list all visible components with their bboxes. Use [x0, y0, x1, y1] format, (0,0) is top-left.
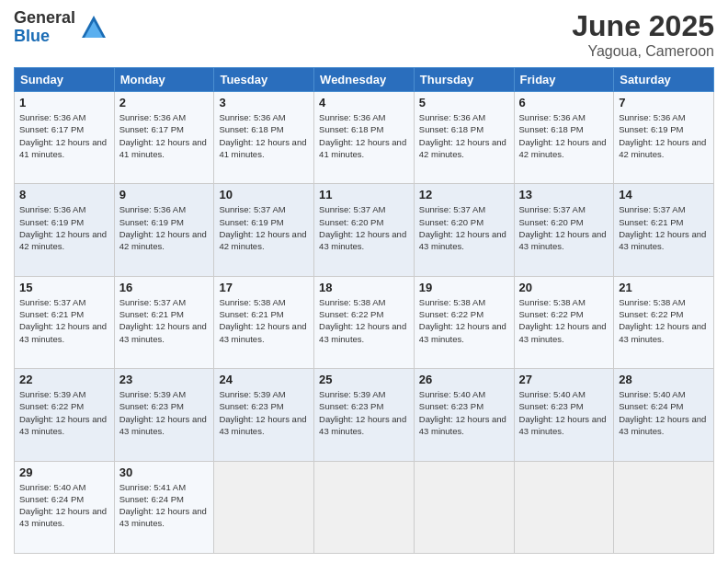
day-detail: Sunrise: 5:36 AMSunset: 6:18 PMDaylight:… — [319, 111, 409, 160]
day-number: 17 — [219, 281, 309, 294]
cell-jun28: 28 Sunrise: 5:40 AMSunset: 6:24 PMDaylig… — [614, 369, 714, 461]
day-detail: Sunrise: 5:37 AMSunset: 6:21 PMDaylight:… — [619, 203, 709, 252]
cell-jun27: 27 Sunrise: 5:40 AMSunset: 6:23 PMDaylig… — [514, 369, 614, 461]
day-number: 28 — [619, 373, 709, 386]
col-tuesday: Tuesday — [214, 68, 314, 92]
day-number: 29 — [19, 465, 109, 479]
col-friday: Friday — [514, 68, 614, 92]
col-wednesday: Wednesday — [314, 68, 415, 92]
day-number: 4 — [319, 96, 409, 109]
page: General Blue June 2025 Yagoua, Cameroon … — [0, 0, 728, 563]
cell-jun14: 14 Sunrise: 5:37 AMSunset: 6:21 PMDaylig… — [614, 184, 714, 276]
day-detail: Sunrise: 5:36 AMSunset: 6:18 PMDaylight:… — [419, 111, 509, 160]
calendar-row-5: 29 Sunrise: 5:40 AMSunset: 6:24 PMDaylig… — [15, 461, 714, 553]
day-detail: Sunrise: 5:37 AMSunset: 6:19 PMDaylight:… — [219, 203, 309, 252]
day-detail: Sunrise: 5:38 AMSunset: 6:22 PMDaylight:… — [519, 296, 609, 345]
day-detail: Sunrise: 5:37 AMSunset: 6:21 PMDaylight:… — [119, 296, 210, 345]
day-number: 30 — [119, 465, 210, 479]
day-detail: Sunrise: 5:37 AMSunset: 6:20 PMDaylight:… — [319, 203, 409, 252]
calendar-row-3: 15 Sunrise: 5:37 AMSunset: 6:21 PMDaylig… — [15, 276, 714, 368]
day-detail: Sunrise: 5:36 AMSunset: 6:17 PMDaylight:… — [19, 111, 109, 160]
day-number: 25 — [319, 373, 409, 386]
day-detail: Sunrise: 5:40 AMSunset: 6:23 PMDaylight:… — [419, 388, 509, 437]
col-saturday: Saturday — [614, 68, 714, 92]
cell-jun13: 13 Sunrise: 5:37 AMSunset: 6:20 PMDaylig… — [514, 184, 614, 276]
cell-jun6: 6 Sunrise: 5:36 AMSunset: 6:18 PMDayligh… — [514, 92, 614, 184]
col-thursday: Thursday — [414, 68, 514, 92]
title-block: June 2025 Yagoua, Cameroon — [572, 9, 714, 60]
day-detail: Sunrise: 5:39 AMSunset: 6:23 PMDaylight:… — [219, 388, 309, 437]
day-number: 7 — [619, 96, 709, 109]
day-number: 13 — [519, 188, 609, 201]
cell-empty-5 — [614, 461, 714, 553]
day-detail: Sunrise: 5:40 AMSunset: 6:24 PMDaylight:… — [619, 388, 709, 437]
cell-jun11: 11 Sunrise: 5:37 AMSunset: 6:20 PMDaylig… — [314, 184, 415, 276]
day-number: 2 — [119, 96, 210, 109]
cell-jun26: 26 Sunrise: 5:40 AMSunset: 6:23 PMDaylig… — [414, 369, 514, 461]
day-number: 11 — [319, 188, 409, 201]
cell-jun24: 24 Sunrise: 5:39 AMSunset: 6:23 PMDaylig… — [214, 369, 314, 461]
day-number: 22 — [19, 373, 109, 386]
location: Yagoua, Cameroon — [572, 43, 714, 60]
day-detail: Sunrise: 5:36 AMSunset: 6:19 PMDaylight:… — [119, 203, 210, 252]
day-detail: Sunrise: 5:40 AMSunset: 6:23 PMDaylight:… — [519, 388, 609, 437]
calendar-row-2: 8 Sunrise: 5:36 AMSunset: 6:19 PMDayligh… — [15, 184, 714, 276]
logo-blue: Blue — [14, 28, 75, 46]
month-title: June 2025 — [572, 9, 714, 43]
cell-jun18: 18 Sunrise: 5:38 AMSunset: 6:22 PMDaylig… — [314, 276, 415, 368]
day-number: 24 — [219, 373, 309, 386]
cell-jun12: 12 Sunrise: 5:37 AMSunset: 6:20 PMDaylig… — [414, 184, 514, 276]
header: General Blue June 2025 Yagoua, Cameroon — [14, 9, 714, 60]
cell-jun7: 7 Sunrise: 5:36 AMSunset: 6:19 PMDayligh… — [614, 92, 714, 184]
logo-text: General Blue — [14, 9, 75, 46]
logo: General Blue — [14, 9, 109, 46]
day-detail: Sunrise: 5:39 AMSunset: 6:22 PMDaylight:… — [19, 388, 109, 437]
day-detail: Sunrise: 5:38 AMSunset: 6:21 PMDaylight:… — [219, 296, 309, 345]
col-sunday: Sunday — [15, 68, 115, 92]
cell-empty-2 — [314, 461, 415, 553]
cell-jun4: 4 Sunrise: 5:36 AMSunset: 6:18 PMDayligh… — [314, 92, 415, 184]
day-detail: Sunrise: 5:36 AMSunset: 6:18 PMDaylight:… — [219, 111, 309, 160]
day-number: 27 — [519, 373, 609, 386]
calendar-row-1: 1 Sunrise: 5:36 AMSunset: 6:17 PMDayligh… — [15, 92, 714, 184]
day-number: 14 — [619, 188, 709, 201]
cell-jun1: 1 Sunrise: 5:36 AMSunset: 6:17 PMDayligh… — [15, 92, 115, 184]
cell-jun5: 5 Sunrise: 5:36 AMSunset: 6:18 PMDayligh… — [414, 92, 514, 184]
day-number: 26 — [419, 373, 509, 386]
cell-empty-3 — [414, 461, 514, 553]
col-monday: Monday — [114, 68, 214, 92]
day-detail: Sunrise: 5:37 AMSunset: 6:20 PMDaylight:… — [419, 203, 509, 252]
cell-jun30: 30 Sunrise: 5:41 AMSunset: 6:24 PMDaylig… — [114, 461, 214, 553]
cell-jun16: 16 Sunrise: 5:37 AMSunset: 6:21 PMDaylig… — [114, 276, 214, 368]
day-detail: Sunrise: 5:38 AMSunset: 6:22 PMDaylight:… — [419, 296, 509, 345]
day-detail: Sunrise: 5:39 AMSunset: 6:23 PMDaylight:… — [319, 388, 409, 437]
day-number: 1 — [19, 96, 109, 109]
day-number: 10 — [219, 188, 309, 201]
day-number: 8 — [19, 188, 109, 201]
cell-jun10: 10 Sunrise: 5:37 AMSunset: 6:19 PMDaylig… — [214, 184, 314, 276]
day-detail: Sunrise: 5:41 AMSunset: 6:24 PMDaylight:… — [119, 481, 210, 530]
day-detail: Sunrise: 5:36 AMSunset: 6:19 PMDaylight:… — [619, 111, 709, 160]
cell-jun23: 23 Sunrise: 5:39 AMSunset: 6:23 PMDaylig… — [114, 369, 214, 461]
cell-jun15: 15 Sunrise: 5:37 AMSunset: 6:21 PMDaylig… — [15, 276, 115, 368]
logo-general: General — [14, 9, 75, 28]
logo-icon — [78, 12, 109, 43]
cell-jun20: 20 Sunrise: 5:38 AMSunset: 6:22 PMDaylig… — [514, 276, 614, 368]
day-number: 12 — [419, 188, 509, 201]
day-detail: Sunrise: 5:37 AMSunset: 6:20 PMDaylight:… — [519, 203, 609, 252]
day-number: 19 — [419, 281, 509, 294]
day-number: 3 — [219, 96, 309, 109]
cell-jun19: 19 Sunrise: 5:38 AMSunset: 6:22 PMDaylig… — [414, 276, 514, 368]
day-detail: Sunrise: 5:37 AMSunset: 6:21 PMDaylight:… — [19, 296, 109, 345]
day-detail: Sunrise: 5:38 AMSunset: 6:22 PMDaylight:… — [319, 296, 409, 345]
day-detail: Sunrise: 5:38 AMSunset: 6:22 PMDaylight:… — [619, 296, 709, 345]
cell-jun22: 22 Sunrise: 5:39 AMSunset: 6:22 PMDaylig… — [15, 369, 115, 461]
day-number: 15 — [19, 281, 109, 294]
day-number: 20 — [519, 281, 609, 294]
day-number: 16 — [119, 281, 210, 294]
cell-jun2: 2 Sunrise: 5:36 AMSunset: 6:17 PMDayligh… — [114, 92, 214, 184]
day-number: 21 — [619, 281, 709, 294]
cell-empty-1 — [214, 461, 314, 553]
cell-jun3: 3 Sunrise: 5:36 AMSunset: 6:18 PMDayligh… — [214, 92, 314, 184]
day-detail: Sunrise: 5:36 AMSunset: 6:18 PMDaylight:… — [519, 111, 609, 160]
